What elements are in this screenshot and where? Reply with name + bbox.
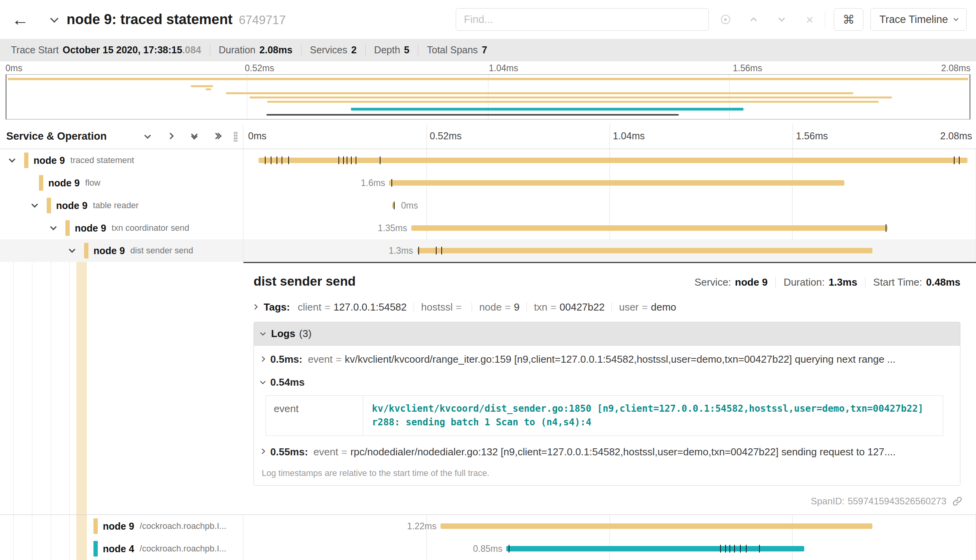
log-entry-1[interactable]: 0.5ms: event=kv/kvclient/kvcoord/range_i… bbox=[261, 347, 952, 370]
detail-indent-guides bbox=[0, 262, 243, 514]
trace-view-dropdown[interactable]: Trace Timeline bbox=[870, 8, 967, 31]
span-row-traced-statement[interactable]: node 9 traced statement bbox=[0, 149, 976, 172]
span-timeline-cell[interactable] bbox=[243, 149, 976, 172]
logs-footnote: Log timestamps are relative to the start… bbox=[261, 463, 952, 480]
selected-span-indent-band bbox=[76, 262, 87, 514]
span-service-name: node 9 bbox=[93, 245, 125, 256]
span-id-value: 5597415943526560273 bbox=[847, 496, 946, 507]
span-row-dist-sender-send[interactable]: node 9 dist sender send 1.3ms bbox=[0, 239, 976, 262]
minimap-right-scrubber[interactable] bbox=[969, 75, 970, 119]
span-bar[interactable] bbox=[259, 158, 967, 163]
span-timeline-cell[interactable]: 0ms bbox=[243, 194, 976, 217]
next-match-icon[interactable] bbox=[775, 13, 788, 26]
tags-accordion[interactable]: Tags: client=127.0.0.1:54582 hostssl= no… bbox=[254, 301, 960, 313]
trace-summary-bar: Trace StartOctober 15 2020, 17:38:15.084… bbox=[0, 39, 976, 61]
span-color-block bbox=[65, 220, 70, 236]
chevron-right-icon[interactable] bbox=[254, 305, 257, 309]
span-service-name: node 9 bbox=[75, 223, 106, 234]
collapse-children-icon[interactable] bbox=[65, 244, 79, 257]
detail-span-meta: Service:node 9 Duration:1.3ms Start Time… bbox=[694, 276, 960, 288]
log-field-key: event bbox=[266, 396, 363, 436]
chevron-down-icon[interactable] bbox=[261, 332, 265, 336]
clear-search-icon[interactable]: × bbox=[803, 13, 816, 26]
log-entry-2-header[interactable]: 0.54ms bbox=[261, 370, 952, 393]
collapse-children-icon[interactable] bbox=[47, 221, 60, 235]
expand-one-icon[interactable] bbox=[142, 131, 153, 142]
span-service-name: node 4 bbox=[103, 543, 134, 555]
log-entry-3[interactable]: 0.55ms: event=rpc/nodedialer/nodedialer.… bbox=[261, 440, 952, 463]
logs-accordion-header[interactable]: Logs (3) bbox=[254, 322, 960, 346]
span-bar[interactable] bbox=[411, 225, 888, 231]
collapse-header-chevron-icon[interactable] bbox=[51, 17, 57, 23]
tag-user: user=demo bbox=[619, 301, 676, 313]
span-bar[interactable] bbox=[389, 180, 844, 186]
keyboard-shortcuts-button[interactable]: ⌘ bbox=[834, 8, 863, 31]
focus-matches-icon[interactable] bbox=[719, 13, 732, 26]
log-field-value: kv/kvclient/kvcoord/dist_sender.go:1850 … bbox=[363, 396, 943, 436]
minimap-left-scrubber[interactable] bbox=[6, 75, 7, 119]
trace-view-dropdown-label: Trace Timeline bbox=[879, 14, 948, 26]
trace-id: 6749717 bbox=[239, 13, 286, 27]
search-tools: × bbox=[719, 13, 816, 26]
deep-link-icon[interactable] bbox=[952, 496, 963, 507]
span-operation-name: /cockroach.roachpb.I... bbox=[140, 544, 227, 554]
span-operation-name: flow bbox=[85, 178, 100, 188]
expand-all-icon[interactable] bbox=[189, 131, 200, 142]
span-timeline-cell[interactable]: 0.85ms bbox=[243, 537, 976, 560]
span-detail-panel: dist sender send Service:node 9 Duration… bbox=[243, 262, 976, 514]
span-color-block bbox=[39, 175, 43, 191]
page-title: node 9: traced statement6749717 bbox=[67, 11, 286, 28]
span-row-table-reader[interactable]: node 9 table reader 0ms bbox=[0, 194, 976, 217]
minimap-tick-labels: 0ms 0.52ms 1.04ms 1.56ms 2.08ms bbox=[0, 61, 976, 74]
span-bar[interactable] bbox=[417, 248, 872, 253]
top-bar: ← node 9: traced statement6749717 × ⌘ Tr… bbox=[0, 0, 976, 39]
total-spans-item: Total Spans7 bbox=[427, 44, 487, 56]
find-input[interactable] bbox=[456, 8, 709, 31]
span-operation-name: txn coordinator send bbox=[112, 223, 189, 233]
tag-node: node=9 bbox=[479, 301, 520, 313]
span-color-block bbox=[93, 541, 98, 556]
span-duration-label: 1.22ms bbox=[407, 515, 440, 537]
span-timeline-cell[interactable]: 1.35ms bbox=[243, 217, 976, 239]
span-service-name: node 9 bbox=[33, 155, 65, 166]
span-timeline-cell[interactable]: 1.3ms bbox=[243, 239, 976, 262]
span-duration-label: 1.3ms bbox=[389, 239, 417, 262]
column-resizer-handle[interactable] bbox=[234, 132, 238, 142]
span-color-block bbox=[93, 518, 98, 534]
span-timeline-cell[interactable]: 1.6ms bbox=[243, 172, 976, 194]
collapse-children-icon[interactable] bbox=[5, 154, 19, 167]
span-service-name: node 9 bbox=[103, 521, 134, 532]
prev-match-icon[interactable] bbox=[747, 13, 760, 26]
chevron-down-icon[interactable] bbox=[261, 381, 265, 384]
span-operation-name: /cockroach.roachpb.I... bbox=[140, 521, 227, 531]
span-service-name: node 9 bbox=[56, 200, 88, 211]
back-button[interactable]: ← bbox=[12, 10, 33, 29]
trace-start-item: Trace StartOctober 15 2020, 17:38:15.084 bbox=[11, 44, 201, 56]
span-service-name: node 9 bbox=[48, 177, 80, 189]
span-row-flow[interactable]: node 9 flow 1.6ms bbox=[0, 172, 976, 194]
span-operation-name: traced statement bbox=[70, 155, 134, 165]
collapse-all-icon[interactable] bbox=[212, 131, 224, 142]
chevron-right-icon[interactable] bbox=[261, 450, 265, 454]
span-color-block bbox=[47, 198, 51, 213]
chevron-down-icon bbox=[953, 16, 958, 21]
span-id-row: SpanID: 5597415943526560273 bbox=[811, 496, 963, 507]
log-fields-table: event kv/kvclient/kvcoord/dist_sender.go… bbox=[266, 395, 943, 436]
span-row-txn-coordinator-send[interactable]: node 9 txn coordinator send 1.35ms bbox=[0, 217, 976, 239]
tag-txn: txn=00427b22 bbox=[534, 301, 605, 313]
span-row-roachpb-node9[interactable]: node 9 /cockroach.roachpb.I... 1.22ms bbox=[0, 515, 976, 537]
span-duration-label: 1.6ms bbox=[361, 172, 389, 194]
span-bar[interactable] bbox=[440, 523, 872, 529]
collapse-children-icon[interactable] bbox=[28, 199, 41, 212]
timeline-ruler[interactable]: 0ms 0.52ms 1.04ms 1.56ms 2.08ms bbox=[243, 124, 976, 149]
minimap-canvas[interactable] bbox=[5, 74, 971, 119]
services-item: Services2 bbox=[310, 44, 357, 56]
span-operation-name: dist sender send bbox=[130, 246, 193, 256]
span-duration-label: 0ms bbox=[397, 194, 418, 217]
chevron-right-icon[interactable] bbox=[261, 358, 265, 362]
span-timeline-cell[interactable]: 1.22ms bbox=[243, 515, 976, 537]
span-row-roachpb-node4[interactable]: node 4 /cockroach.roachpb.I... 0.85ms bbox=[0, 537, 976, 560]
log-entry-2-expanded: 0.54ms event kv/kvclient/kvcoord/dist_se… bbox=[261, 370, 952, 436]
collapse-one-icon[interactable] bbox=[165, 131, 177, 142]
logs-list: 0.5ms: event=kv/kvclient/kvcoord/range_i… bbox=[254, 346, 960, 485]
